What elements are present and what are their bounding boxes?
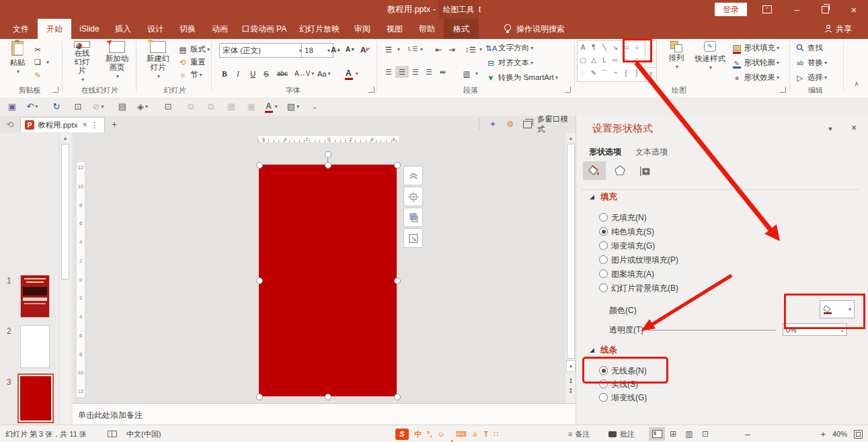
- columns-button[interactable]: ▥▾: [461, 67, 478, 80]
- reset-button[interactable]: ⟲重置: [177, 56, 206, 69]
- replace-button[interactable]: ab替换▾: [795, 56, 827, 69]
- center-align-float-button[interactable]: [403, 187, 423, 206]
- qat-font-color-button[interactable]: A▾: [264, 100, 280, 113]
- strikethrough-button[interactable]: S: [264, 67, 269, 80]
- transparency-spinner[interactable]: 0% ▲▼: [783, 323, 847, 336]
- clipboard-dialog-launcher[interactable]: [52, 87, 58, 93]
- decrease-indent-button[interactable]: ⇤: [433, 43, 446, 56]
- paragraph-dialog-launcher[interactable]: [565, 87, 571, 93]
- justify-button[interactable]: ☰: [422, 66, 436, 78]
- shape-arc-icon[interactable]: ⌒: [599, 67, 610, 79]
- shape-diamond-icon[interactable]: ◇: [631, 54, 642, 67]
- find-button[interactable]: 查找: [795, 42, 823, 54]
- comments-toggle-button[interactable]: 批注: [608, 425, 635, 442]
- fill-line-tab-button[interactable]: [583, 161, 606, 180]
- ime-person-icon[interactable]: ♟: [472, 430, 479, 439]
- zoom-in-button[interactable]: +: [818, 425, 828, 442]
- ime-keyboard-icon[interactable]: ⌨: [456, 430, 467, 439]
- previous-slide-button[interactable]: ▲▲: [565, 375, 576, 386]
- slideshow-view-button[interactable]: ⊡: [697, 427, 713, 441]
- gear-icon[interactable]: ⚙: [503, 118, 518, 131]
- thumbnail-scrollbar[interactable]: ▲: [59, 133, 71, 425]
- font-size-select[interactable]: 18▾: [301, 43, 333, 58]
- tell-me-search[interactable]: 操作说明搜索: [516, 19, 590, 39]
- resize-handle-sw[interactable]: [256, 394, 263, 400]
- gallery-scroll-up[interactable]: ▲: [645, 41, 656, 54]
- paste-options-button[interactable]: ▧▾: [285, 100, 301, 113]
- resize-handle-nw[interactable]: [256, 162, 263, 169]
- tab-format[interactable]: 格式: [444, 19, 479, 39]
- select-button[interactable]: ▷选择▾: [795, 71, 827, 84]
- new-animation-page-button[interactable]: ➤ 新加动画页 ▾: [101, 41, 133, 84]
- new-slide-button[interactable]: ✳ 新建幻灯片 ▾: [141, 41, 175, 84]
- login-button[interactable]: 登录: [715, 3, 747, 16]
- ime-punctuation-icon[interactable]: °,: [427, 430, 432, 438]
- tab-help[interactable]: 帮助: [411, 19, 442, 39]
- shape-arrow-icon[interactable]: ↘: [610, 41, 621, 54]
- distribute-button[interactable]: ⇹: [436, 66, 449, 78]
- shape-rectangle-icon[interactable]: ▭: [621, 41, 631, 54]
- panel-tab-text-options[interactable]: 文本选项: [635, 146, 668, 158]
- present-display-button[interactable]: ⊡: [160, 100, 176, 113]
- resize-handle-n[interactable]: [325, 162, 331, 169]
- effects-tab-button[interactable]: [608, 161, 631, 180]
- shape-outline-button[interactable]: ✎形状轮廓▾: [732, 56, 779, 69]
- canvas-scroll-up[interactable]: ▲: [565, 133, 576, 142]
- size-properties-tab-button[interactable]: [634, 161, 657, 180]
- slide-sorter-view-button[interactable]: ⊞: [665, 427, 681, 441]
- align-text-button[interactable]: ⊟对齐文本▾: [485, 56, 533, 69]
- resize-handle-w[interactable]: [256, 277, 263, 284]
- ime-toolbox-icon[interactable]: ∷: [494, 430, 498, 439]
- redo-button[interactable]: ↻: [48, 100, 65, 113]
- canvas-scroll-down[interactable]: ▼: [566, 360, 576, 372]
- undo-button[interactable]: ↶▾: [24, 100, 40, 113]
- bullets-button[interactable]: ☰▾: [383, 43, 400, 56]
- font-dialog-launcher[interactable]: [368, 87, 374, 93]
- align-center-button[interactable]: ☰: [395, 66, 409, 78]
- copy-button[interactable]: ❏▾: [32, 56, 52, 69]
- panel-close-button[interactable]: ×: [846, 121, 861, 134]
- shape-fill-button[interactable]: 形状填充▾: [732, 42, 779, 54]
- shape-brace-left-icon[interactable]: {: [621, 67, 631, 79]
- panel-menu-chevron[interactable]: ▼: [824, 124, 837, 134]
- paste-button[interactable]: 粘贴 ▾: [5, 41, 30, 84]
- shape-rounded-rect-icon[interactable]: ▢: [578, 54, 588, 67]
- clear-format-button[interactable]: A◤: [360, 43, 370, 56]
- next-slide-button[interactable]: ▼▼: [565, 386, 576, 396]
- duplicate-float-button[interactable]: [403, 208, 423, 227]
- shape-line-icon[interactable]: ╲: [599, 41, 610, 54]
- line-collapse-triangle[interactable]: ◢: [590, 347, 594, 353]
- selected-red-rectangle-shape[interactable]: [259, 165, 397, 396]
- italic-button[interactable]: I: [237, 67, 239, 80]
- align-left-button[interactable]: ☰: [382, 66, 395, 78]
- section-button[interactable]: ≡节▾: [177, 69, 202, 81]
- resize-handle-e[interactable]: [394, 277, 401, 284]
- shape-brace-right-icon[interactable]: }: [631, 67, 642, 79]
- cut-button[interactable]: ✂: [32, 43, 52, 56]
- restore-button[interactable]: [815, 1, 835, 17]
- slideshow-from-current-button[interactable]: ⊡: [70, 100, 86, 113]
- qat-overflow-button[interactable]: ⌄: [307, 100, 323, 113]
- line-section-header[interactable]: 线条: [600, 345, 617, 356]
- shape-freeform-icon[interactable]: ◌: [578, 67, 588, 79]
- tab-slideshow[interactable]: 幻灯片放映: [293, 19, 346, 39]
- font-color-button[interactable]: A▾: [346, 67, 358, 80]
- fill-collapse-triangle[interactable]: ◢: [590, 193, 594, 200]
- tab-home[interactable]: 开始: [38, 19, 71, 39]
- gallery-more-button[interactable]: ⊽: [645, 67, 656, 81]
- sogou-logo-icon[interactable]: S: [395, 429, 409, 440]
- multi-window-mode-button[interactable]: 多窗口模式: [523, 118, 576, 131]
- share-button[interactable]: 共享: [836, 19, 863, 39]
- spellcheck-icon[interactable]: [108, 425, 117, 442]
- gallery-scroll-down[interactable]: ▼: [645, 54, 656, 68]
- shape-curve-icon[interactable]: ~: [610, 67, 621, 79]
- insert-shapes-button[interactable]: ◈▾: [134, 100, 151, 113]
- decrease-font-button[interactable]: A▼: [346, 43, 355, 56]
- slide-thumbnail-3-selected[interactable]: [17, 373, 54, 423]
- tab-transition[interactable]: 切换: [172, 19, 203, 39]
- shape-vtextbox-icon[interactable]: ¶: [588, 41, 599, 54]
- format-painter-button[interactable]: ✎: [32, 69, 52, 81]
- tab-insert[interactable]: 插入: [108, 19, 139, 39]
- ime-chinese-mode-icon[interactable]: 中: [414, 429, 422, 439]
- tab-more-icon[interactable]: ⋮: [90, 120, 98, 130]
